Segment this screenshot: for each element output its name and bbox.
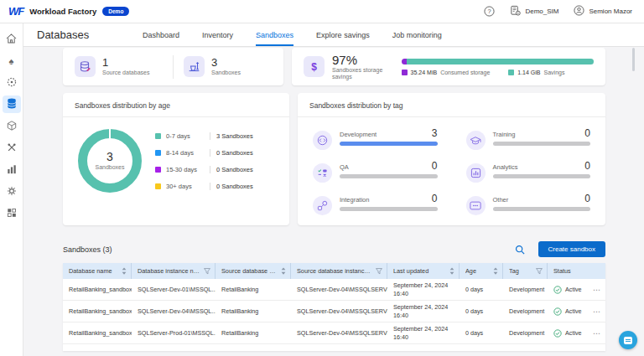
source-databases-label: Source databases xyxy=(102,70,149,76)
consumed-label: Consumed storage xyxy=(440,70,490,75)
tab-sandboxes[interactable]: Sandboxes xyxy=(256,23,293,46)
tag-card-title: Sandboxes distribution by tag xyxy=(298,93,605,117)
savings-legend-item: 1.14 GiB Savings xyxy=(508,70,564,75)
tab-job-monitoring[interactable]: Job monitoring xyxy=(392,23,442,46)
topbar-actions: ? Demo_SIM Semion Mazor xyxy=(484,5,632,18)
sort-icon xyxy=(281,267,286,275)
tag-bar xyxy=(340,142,438,146)
cell-age: 0 days xyxy=(460,301,503,322)
column-status[interactable]: Status xyxy=(548,263,605,279)
savings-segment xyxy=(407,59,594,64)
workspace-selector[interactable]: Demo_SIM xyxy=(510,5,558,18)
sidebar-item-discovery[interactable] xyxy=(3,74,21,91)
chat-button[interactable] xyxy=(619,331,637,349)
cell-database-name: RetailBanking_sandbox xyxy=(63,279,132,300)
column-database-instance-name[interactable]: Database instance name xyxy=(132,263,216,279)
sidebar-item-workloads[interactable]: ♠ xyxy=(3,52,21,70)
sidebar-item-settings[interactable] xyxy=(3,183,21,200)
column-source-database-instance-name[interactable]: Source database instance name xyxy=(291,263,387,279)
tab-dashboard[interactable]: Dashboard xyxy=(143,23,179,46)
table-row[interactable]: RetailBanking_sandbox SQLServer-Prod-01\… xyxy=(63,322,605,344)
table-title: Sandboxes (3) xyxy=(63,245,112,254)
table-row[interactable]: RetailBanking_sandbox SQLServer-Dev-04\M… xyxy=(63,301,605,322)
tools-icon xyxy=(7,142,17,154)
workload-factory-logo: WF xyxy=(8,5,23,18)
sidebar-item-home[interactable] xyxy=(3,30,21,48)
tag-count: 0 xyxy=(584,193,590,204)
sidebar-item-databases[interactable] xyxy=(3,95,21,113)
consumed-segment xyxy=(402,59,408,64)
column-source-database-name[interactable]: Source database name xyxy=(216,263,291,279)
table-header: Database name Database instance name Sou… xyxy=(63,263,605,279)
cell-source-database: RetailBanking xyxy=(216,279,291,300)
sort-icon xyxy=(493,267,498,275)
user-menu[interactable]: Semion Mazor xyxy=(574,5,632,18)
analytics-icon xyxy=(466,163,486,183)
sandboxes-count: 3 xyxy=(211,57,241,70)
cell-database-name: RetailBanking_sandbox xyxy=(63,322,132,343)
top-bar: WF Workload Factory Demo ? Demo_SIM Semi… xyxy=(0,0,644,23)
help-icon[interactable]: ? xyxy=(484,6,495,17)
sidebar-item-reports[interactable] xyxy=(3,161,21,178)
bar-chart-icon xyxy=(7,164,17,176)
cell-status: Active ⋯ xyxy=(548,279,605,300)
column-database-name[interactable]: Database name xyxy=(63,263,132,279)
legend-count: 0 Sandboxes xyxy=(210,183,253,190)
database-icon xyxy=(7,98,17,111)
savings-chart: 35.24 MiB Consumed storage 1.14 GiB Savi… xyxy=(402,59,594,75)
vertical-scrollbar[interactable] xyxy=(632,48,635,71)
create-sandbox-button[interactable]: Create sandbox xyxy=(538,241,605,257)
brand: WF Workload Factory Demo xyxy=(8,5,129,18)
donut-segment-gap xyxy=(109,128,111,138)
consumed-legend-item: 35.24 MiB Consumed storage xyxy=(402,70,491,75)
cell-source-instance: SQLServer-Dev-04\MSSQLSERVER xyxy=(291,322,387,343)
tab-inventory[interactable]: Inventory xyxy=(202,23,233,46)
table-row[interactable]: RetailBanking_sandbox SQLServer-Dev-01\M… xyxy=(63,279,605,301)
spade-icon: ♠ xyxy=(9,56,14,66)
sandboxes-stat: 3 Sandboxes xyxy=(184,56,272,77)
tab-explore-savings[interactable]: Explore savings xyxy=(316,23,370,46)
legend-swatch-blue xyxy=(155,150,161,156)
cube-icon xyxy=(7,121,17,132)
savings-color-swatch xyxy=(508,70,514,75)
savings-percent: 97% xyxy=(332,53,394,67)
chat-icon xyxy=(624,337,632,344)
row-actions-button[interactable]: ⋯ xyxy=(593,307,601,316)
column-last-updated[interactable]: Last updated xyxy=(387,263,460,279)
tag-count: 3 xyxy=(432,128,438,138)
column-tag[interactable]: Tag xyxy=(503,263,548,279)
sidebar-item-resources[interactable] xyxy=(3,117,21,135)
cell-age: 0 days xyxy=(460,322,503,343)
cell-database-instance: SQLServer-Dev-01\MSSQL... xyxy=(132,279,216,300)
cell-status: Active ⋯ xyxy=(548,322,605,343)
column-age[interactable]: Age xyxy=(460,263,503,279)
filter-icon xyxy=(536,268,543,275)
cell-database-name: RetailBanking_sandbox xyxy=(63,301,132,322)
cell-last-updated: September 24, 2024 16:40 xyxy=(387,301,460,322)
tag-item-analytics: Analytics0 xyxy=(466,161,591,183)
tag-item-other: Other0 xyxy=(466,193,591,215)
row-actions-button[interactable]: ⋯ xyxy=(593,286,601,294)
home-icon xyxy=(6,34,17,45)
cell-source-instance: SQLServer-Dev-04\MSSQLSERVER xyxy=(291,279,387,300)
filter-icon xyxy=(376,268,382,275)
tag-label: Analytics xyxy=(493,163,518,171)
status-active-icon xyxy=(553,307,562,316)
cell-database-instance: SQLServer-Prod-01\MSSQL... xyxy=(132,322,216,343)
tag-count: 0 xyxy=(432,161,438,171)
legend-label: 8-14 days xyxy=(166,149,210,157)
ellipsis-box-icon xyxy=(466,196,486,215)
tag-bar xyxy=(493,142,591,146)
search-icon[interactable] xyxy=(515,245,525,255)
gear-icon xyxy=(7,186,17,198)
tag-item-development: Development3 xyxy=(313,128,438,150)
sidebar-item-tools[interactable] xyxy=(3,139,21,157)
sandboxes-label: Sandboxes xyxy=(211,70,241,76)
tag-bar xyxy=(340,207,438,211)
legend-count: 3 Sandboxes xyxy=(210,132,253,140)
code-icon xyxy=(313,131,332,150)
divider xyxy=(173,55,174,79)
sidebar-item-apps[interactable] xyxy=(3,204,21,222)
row-actions-button[interactable]: ⋯ xyxy=(593,329,601,338)
legend-label: 30+ days xyxy=(166,183,210,190)
